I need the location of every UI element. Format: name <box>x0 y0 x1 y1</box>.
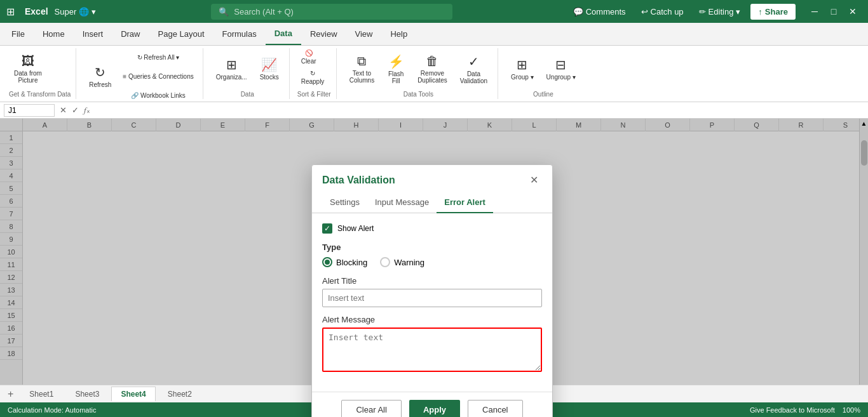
ribbon-group-sort-filter: 🚫 Clear ↻ Reapply Sort & Filter <box>292 48 337 99</box>
reapply-button[interactable]: ↻ Reapply <box>297 69 329 86</box>
editing-icon: ✏ <box>699 7 706 17</box>
radio-blocking-label: Blocking <box>336 258 367 267</box>
search-icon: 🔍 <box>219 7 229 17</box>
dialog-header: Data Validation ✕ <box>312 165 552 192</box>
dialog-tab-error-alert[interactable]: Error Alert <box>437 192 493 213</box>
flash-fill-button[interactable]: ⚡ FlashFill <box>382 50 410 88</box>
ungroup-icon: ⊟ <box>555 57 566 72</box>
formula-input[interactable] <box>95 105 864 115</box>
text-to-columns-icon: ⧉ <box>357 54 366 69</box>
ribbon-tab-bar: File Home Insert Draw Page Layout Formul… <box>0 23 868 46</box>
cell-reference-input[interactable] <box>4 104 55 117</box>
datatypes-label: Data <box>211 89 284 99</box>
radio-blocking[interactable]: Blocking <box>322 257 367 267</box>
comments-icon: 💬 <box>573 7 583 17</box>
confirm-formula-icon[interactable]: ✓ <box>71 104 80 116</box>
zoom-level: 100% <box>843 406 860 414</box>
maximize-button[interactable]: □ <box>825 3 843 20</box>
waffle-icon[interactable]: ⊞ <box>6 6 15 18</box>
outline-label: Outline <box>506 89 581 99</box>
stocks-icon: 📈 <box>261 57 277 72</box>
radio-blocking-dot <box>325 260 330 265</box>
clear-button[interactable]: 🚫 Clear <box>297 48 320 66</box>
flash-fill-icon: ⚡ <box>388 54 404 69</box>
profile-dropdown-icon: 🌐 ▾ <box>79 7 96 17</box>
datatypes-buttons: ⊞ Organiza... 📈 Stocks <box>211 48 284 89</box>
text-to-columns-button[interactable]: ⧉ Text toColumns <box>344 50 379 88</box>
profile-area[interactable]: Super 🌐 ▾ <box>55 7 96 17</box>
ribbon-group-datatypes: ⊞ Organiza... 📈 Stocks Data <box>206 48 290 99</box>
add-sheet-button[interactable]: + <box>4 388 17 400</box>
alert-message-textarea[interactable] <box>322 328 542 372</box>
radio-warning[interactable]: Warning <box>380 257 424 267</box>
tab-data[interactable]: Data <box>266 23 301 45</box>
show-alert-row: ✓ Show Alert <box>322 223 542 234</box>
data-from-picture-button[interactable]: 🖼 Data fromPicture <box>9 50 47 88</box>
radio-blocking-circle[interactable] <box>322 257 332 267</box>
ribbon-group-data-tools: ⧉ Text toColumns ⚡ FlashFill 🗑 RemoveDup… <box>339 48 498 99</box>
comments-button[interactable]: 💬 Comments <box>568 4 631 19</box>
cancel-formula-icon[interactable]: ✕ <box>58 104 68 116</box>
remove-duplicates-button[interactable]: 🗑 RemoveDuplicates <box>412 50 452 88</box>
alert-title-label: Alert Title <box>322 276 542 286</box>
feedback-link[interactable]: Give Feedback to Microsoft <box>750 406 835 414</box>
dialog-close-button[interactable]: ✕ <box>526 173 542 187</box>
close-button[interactable]: ✕ <box>844 3 862 20</box>
tab-insert[interactable]: Insert <box>74 23 112 45</box>
editing-dropdown-icon: ▾ <box>736 7 740 17</box>
alert-title-input[interactable] <box>322 289 542 307</box>
sheet-tab-sheet2[interactable]: Sheet2 <box>158 387 201 402</box>
type-radio-group: Blocking Warning <box>322 257 542 267</box>
main-area: A B C D E F G H I J K L M N O P Q R S 1 … <box>0 119 868 385</box>
search-box[interactable]: 🔍 <box>211 4 452 20</box>
ribbon-group-outline: ⊞ Group ▾ ⊟ Ungroup ▾ Outline <box>501 48 586 99</box>
organize-button[interactable]: ⊞ Organiza... <box>211 50 252 88</box>
group-button[interactable]: ⊞ Group ▾ <box>506 50 539 88</box>
data-tools-buttons: ⧉ Text toColumns ⚡ FlashFill 🗑 RemoveDup… <box>344 48 492 89</box>
tab-file[interactable]: File <box>3 23 34 45</box>
tab-home[interactable]: Home <box>34 23 74 45</box>
share-icon: ↑ <box>758 7 763 17</box>
title-bar-right: 💬 Comments ↩ Catch up ✏ Editing ▾ ↑ Shar… <box>568 3 862 20</box>
radio-warning-circle[interactable] <box>380 257 390 267</box>
stocks-button[interactable]: 📈 Stocks <box>255 50 284 88</box>
data-validation-icon: ✓ <box>468 54 479 69</box>
tab-view[interactable]: View <box>346 23 382 45</box>
remove-duplicates-icon: 🗑 <box>426 54 438 69</box>
workbook-links-button[interactable]: 🔗 Workbook Links <box>119 86 197 104</box>
sheet-tab-sheet1[interactable]: Sheet1 <box>20 387 63 402</box>
outline-buttons: ⊞ Group ▾ ⊟ Ungroup ▾ <box>506 48 581 89</box>
profile-name: Super <box>55 7 77 17</box>
cancel-button[interactable]: Cancel <box>468 400 522 417</box>
tab-review[interactable]: Review <box>301 23 346 45</box>
ribbon-group-get-transform: 🖼 Data fromPicture Get & Transform Data <box>4 48 76 99</box>
ungroup-button[interactable]: ⊟ Ungroup ▾ <box>541 50 581 88</box>
queries-connections-button[interactable]: ≡ Queries & Connections <box>119 67 197 85</box>
dialog-tab-settings[interactable]: Settings <box>322 192 367 213</box>
formula-icons: ✕ ✓ 𝑓ₓ <box>58 104 92 117</box>
dialog-tab-input-message[interactable]: Input Message <box>367 192 437 213</box>
minimize-button[interactable]: ─ <box>806 3 824 20</box>
tab-formulas[interactable]: Formulas <box>214 23 266 45</box>
dialog-footer: Clear All Apply Cancel <box>312 392 552 417</box>
get-transform-label: Get & Transform Data <box>9 89 71 99</box>
editing-button[interactable]: ✏ Editing ▾ <box>694 4 746 19</box>
tab-help[interactable]: Help <box>381 23 416 45</box>
tab-draw[interactable]: Draw <box>112 23 149 45</box>
apply-button[interactable]: Apply <box>409 400 460 417</box>
data-validation-button[interactable]: ✓ DataValidation <box>455 50 492 88</box>
share-button[interactable]: ↑ Share <box>750 4 796 20</box>
refresh-button[interactable]: ↻ Refresh <box>84 57 116 95</box>
refresh-all-button[interactable]: ↻ Refresh All ▾ <box>119 48 197 66</box>
show-alert-checkbox[interactable]: ✓ <box>322 223 332 234</box>
radio-warning-label: Warning <box>394 258 424 267</box>
get-transform-buttons: 🖼 Data fromPicture <box>9 48 71 89</box>
ribbon-content: 🖼 Data fromPicture Get & Transform Data … <box>0 46 868 102</box>
tab-pagelayout[interactable]: Page Layout <box>149 23 214 45</box>
insert-function-icon[interactable]: 𝑓ₓ <box>83 104 92 117</box>
sheet-tab-sheet4[interactable]: Sheet4 <box>111 387 155 401</box>
catchup-button[interactable]: ↩ Catch up <box>636 4 689 19</box>
search-input[interactable] <box>234 7 424 17</box>
clear-all-button[interactable]: Clear All <box>341 400 401 417</box>
sheet-tab-sheet3[interactable]: Sheet3 <box>65 387 109 402</box>
